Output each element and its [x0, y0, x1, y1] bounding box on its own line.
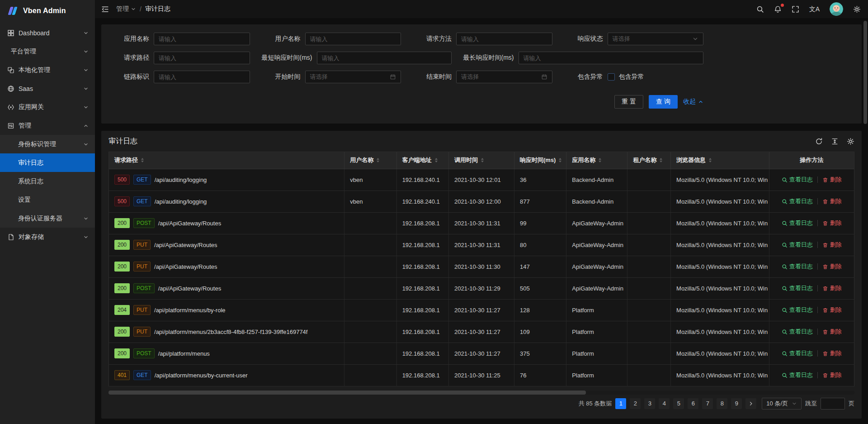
horizontal-scrollbar[interactable] [108, 391, 854, 395]
view-log-button[interactable]: 查看日志 [782, 262, 813, 271]
column-header-6[interactable]: 应用名称 [566, 152, 627, 169]
next-page-button[interactable] [745, 398, 756, 409]
trace-id-input[interactable] [154, 71, 250, 83]
view-log-button[interactable]: 查看日志 [782, 284, 813, 292]
cell-time: 2021-10-30 11:30 [448, 256, 514, 277]
sidebar-item-Dashboard[interactable]: Dashboard [0, 24, 95, 42]
sort-icon[interactable] [660, 158, 662, 162]
page-button-8[interactable]: 8 [717, 398, 727, 409]
avatar[interactable] [830, 2, 843, 16]
breadcrumb-current: 审计日志 [145, 5, 170, 13]
request-path-input[interactable] [154, 52, 250, 64]
view-log-button[interactable]: 查看日志 [782, 328, 813, 336]
page-size-select[interactable]: 10 条/页 [762, 398, 802, 410]
column-header-5[interactable]: 响应时间(ms) [514, 152, 566, 169]
cell-duration: 109 [514, 321, 566, 343]
jump-page-input[interactable] [821, 398, 845, 410]
cell-user [344, 212, 396, 234]
column-header-8[interactable]: 浏览器信息 [671, 152, 769, 169]
sort-icon[interactable] [709, 158, 712, 162]
has-exception-checkbox[interactable] [608, 73, 615, 81]
refresh-icon[interactable] [815, 138, 823, 145]
request-method-input[interactable] [456, 33, 552, 45]
max-response-time-input[interactable] [519, 52, 704, 64]
column-header-4[interactable]: 调用时间 [448, 152, 514, 169]
column-header-2[interactable]: 用户名称 [344, 152, 396, 169]
status-badge: 500 [114, 196, 130, 206]
delete-button[interactable]: 删除 [822, 262, 842, 271]
horizontal-scrollbar-thumb[interactable] [108, 391, 586, 395]
sidebar-item-身份标识管理[interactable]: 身份标识管理 [0, 135, 95, 153]
action-divider [817, 307, 818, 313]
view-log-button[interactable]: 查看日志 [782, 371, 813, 379]
delete-button[interactable]: 删除 [822, 197, 842, 205]
response-status-select[interactable]: 请选择 [608, 33, 704, 45]
query-button[interactable]: 查 询 [649, 95, 678, 109]
min-response-time-input[interactable] [317, 52, 452, 64]
view-log-button[interactable]: 查看日志 [782, 306, 813, 314]
app-name-input[interactable] [154, 33, 250, 45]
page-button-2[interactable]: 2 [630, 398, 641, 409]
delete-button[interactable]: 删除 [822, 371, 842, 379]
view-log-button[interactable]: 查看日志 [782, 197, 813, 205]
sort-icon[interactable] [435, 158, 438, 162]
delete-button[interactable]: 删除 [822, 306, 842, 314]
sidebar-item-审计日志[interactable]: 审计日志 [0, 153, 95, 172]
view-log-button[interactable]: 查看日志 [782, 241, 813, 249]
page-button-5[interactable]: 5 [673, 398, 684, 409]
page-button-9[interactable]: 9 [731, 398, 742, 409]
breadcrumb-root[interactable]: 管理 [116, 5, 136, 13]
delete-button[interactable]: 删除 [822, 176, 842, 184]
settings-gear-icon[interactable] [853, 5, 861, 13]
sort-icon[interactable] [141, 158, 144, 162]
delete-button[interactable]: 删除 [822, 328, 842, 336]
sidebar-item-对象存储[interactable]: 对象存储 [0, 228, 95, 246]
sidebar-item-平台管理[interactable]: 平台管理 [0, 42, 95, 61]
page-button-6[interactable]: 6 [688, 398, 698, 409]
search-icon[interactable] [756, 5, 764, 13]
cell-duration: 375 [514, 343, 566, 364]
page-button-1[interactable]: 1 [615, 398, 626, 409]
delete-button[interactable]: 删除 [822, 219, 842, 227]
sidebar-item-管理[interactable]: 管理 [0, 116, 95, 135]
translate-icon[interactable]: 文A [809, 6, 820, 12]
column-header-3[interactable]: 客户端地址 [396, 152, 448, 169]
pagination-total: 共 85 条数据 [579, 400, 612, 408]
column-header-7[interactable]: 租户名称 [627, 152, 671, 169]
sort-icon[interactable] [481, 158, 484, 162]
page-scrollbar[interactable] [863, 21, 867, 124]
menu-fold-icon[interactable] [101, 5, 109, 13]
sort-icon[interactable] [377, 158, 379, 162]
delete-button[interactable]: 删除 [822, 284, 842, 292]
view-log-button[interactable]: 查看日志 [782, 349, 813, 357]
sidebar-item-本地化管理[interactable]: 本地化管理 [0, 61, 95, 79]
view-log-button[interactable]: 查看日志 [782, 219, 813, 227]
delete-button[interactable]: 删除 [822, 241, 842, 249]
sort-icon[interactable] [559, 158, 561, 162]
user-name-input[interactable] [305, 33, 401, 45]
brand[interactable]: Vben Admin [0, 0, 95, 22]
page-button-4[interactable]: 4 [659, 398, 670, 409]
row-height-icon[interactable] [831, 138, 839, 145]
sidebar-item-Saas[interactable]: Saas [0, 79, 95, 98]
collapse-link[interactable]: 收起 [683, 98, 703, 106]
end-time-picker[interactable]: 请选择 [456, 71, 552, 83]
sidebar-item-系统日志[interactable]: 系统日志 [0, 172, 95, 191]
fullscreen-icon[interactable] [792, 5, 799, 13]
page-button-7[interactable]: 7 [702, 398, 713, 409]
sidebar-item-身份认证服务器[interactable]: 身份认证服务器 [0, 209, 95, 228]
saas-icon [7, 85, 14, 92]
start-time-picker[interactable]: 请选择 [305, 71, 401, 83]
delete-button[interactable]: 删除 [822, 349, 842, 357]
reset-button[interactable]: 重 置 [614, 95, 643, 109]
pagination: 共 85 条数据 123456789 10 条/页 跳至 页 [108, 395, 854, 413]
sidebar-item-设置[interactable]: 设置 [0, 191, 95, 209]
column-settings-icon[interactable] [847, 138, 854, 145]
notification-bell-icon[interactable] [774, 5, 782, 13]
user-name-label: 用户名称 [262, 35, 305, 43]
sort-icon[interactable] [599, 158, 601, 162]
page-button-3[interactable]: 3 [644, 398, 655, 409]
view-log-button[interactable]: 查看日志 [782, 176, 813, 184]
sidebar-item-应用网关[interactable]: 应用网关 [0, 98, 95, 116]
column-header-1[interactable]: 请求路径 [109, 152, 344, 169]
